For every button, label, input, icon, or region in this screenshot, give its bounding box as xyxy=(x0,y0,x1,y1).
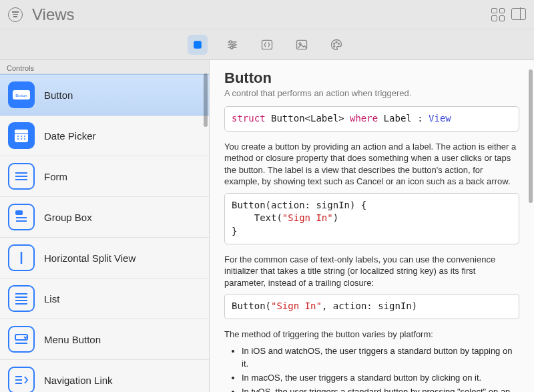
svg-point-23 xyxy=(21,138,22,140)
svg-rect-7 xyxy=(262,40,272,49)
svg-point-12 xyxy=(338,43,339,44)
svg-point-4 xyxy=(233,43,236,46)
scrollbar[interactable] xyxy=(204,73,208,127)
sidebar-item-menu-button[interactable]: Menu Button xyxy=(0,319,209,360)
sidebar-item-label: Menu Button xyxy=(44,334,101,345)
code-example-1: Button(action: signIn) { Text("Sign In")… xyxy=(224,193,519,244)
svg-point-13 xyxy=(334,45,335,47)
svg-point-6 xyxy=(230,46,233,49)
svg-rect-0 xyxy=(194,41,202,49)
code-example-2: Button("Sign In", action: signIn) xyxy=(224,294,519,319)
svg-point-20 xyxy=(21,136,22,137)
tab-block[interactable] xyxy=(188,35,208,55)
list-item: In tvOS, the user triggers a standard bu… xyxy=(242,386,519,392)
declaration-box: struct Button<Label> where Label : View xyxy=(224,106,519,132)
sidebar: Controls Button Button Date Picker Form … xyxy=(0,60,210,392)
svg-point-9 xyxy=(299,42,301,44)
paragraph: For the common case of text-only labels,… xyxy=(224,254,519,289)
svg-point-21 xyxy=(24,136,25,137)
svg-point-22 xyxy=(17,138,19,140)
sidebar-item-list[interactable]: List xyxy=(0,278,209,319)
svg-point-10 xyxy=(334,43,335,44)
list-item: In iOS and watchOS, the user triggers a … xyxy=(242,345,519,369)
sidebar-item-navigation-link[interactable]: Navigation Link xyxy=(0,360,209,392)
sidebar-item-label: Date Picker xyxy=(44,130,96,142)
doc-title: Button xyxy=(224,69,519,87)
svg-rect-17 xyxy=(15,130,28,133)
sidebar-item-label: Button xyxy=(44,89,73,101)
paragraph: You create a button by providing an acti… xyxy=(224,141,519,188)
doc-subtitle: A control that performs an action when t… xyxy=(224,88,519,98)
tab-image[interactable] xyxy=(292,35,312,55)
list-icon xyxy=(8,285,35,312)
tab-braces[interactable] xyxy=(257,35,277,55)
list-item: In macOS, the user triggers a standard b… xyxy=(242,372,519,384)
sidebar-item-label: List xyxy=(44,293,59,305)
sidebar-item-group-box[interactable]: Group Box xyxy=(0,197,209,238)
tab-adjustments[interactable] xyxy=(222,35,242,55)
menu-button-icon xyxy=(8,326,35,353)
sidebar-item-hsplit[interactable]: Horizontal Split View xyxy=(0,238,209,278)
sidebar-item-label: Group Box xyxy=(44,212,92,223)
svg-point-2 xyxy=(230,41,232,43)
svg-point-11 xyxy=(336,41,337,43)
svg-point-24 xyxy=(24,138,25,140)
grid-view-icon[interactable] xyxy=(491,8,505,21)
menu-icon[interactable] xyxy=(8,7,23,22)
svg-text:Button: Button xyxy=(15,93,27,97)
scrollbar[interactable] xyxy=(529,69,533,203)
button-icon: Button xyxy=(8,81,35,108)
svg-point-19 xyxy=(17,136,19,137)
sidebar-section-label: Controls xyxy=(0,60,209,74)
split-view-icon[interactable] xyxy=(511,8,526,20)
sidebar-item-date-picker[interactable]: Date Picker xyxy=(0,116,209,156)
sidebar-item-label: Horizontal Split View xyxy=(44,252,136,264)
form-icon xyxy=(8,163,35,190)
sidebar-item-form[interactable]: Form xyxy=(0,156,209,197)
tab-palette[interactable] xyxy=(326,35,346,55)
inspector-toolbar xyxy=(0,29,534,60)
hsplit-icon xyxy=(8,244,35,271)
paragraph: The method of triggering the button vari… xyxy=(224,329,519,341)
platform-list: In iOS and watchOS, the user triggers a … xyxy=(242,345,519,392)
navigation-link-icon xyxy=(8,367,35,392)
sidebar-item-label: Form xyxy=(44,171,67,182)
sidebar-item-label: Navigation Link xyxy=(44,375,113,386)
sidebar-item-button[interactable]: Button Button xyxy=(0,74,209,116)
search-input[interactable] xyxy=(29,5,491,24)
detail-pane: Button A control that performs an action… xyxy=(210,60,534,392)
calendar-icon xyxy=(8,122,35,149)
svg-rect-28 xyxy=(16,211,22,214)
groupbox-icon xyxy=(8,204,35,230)
